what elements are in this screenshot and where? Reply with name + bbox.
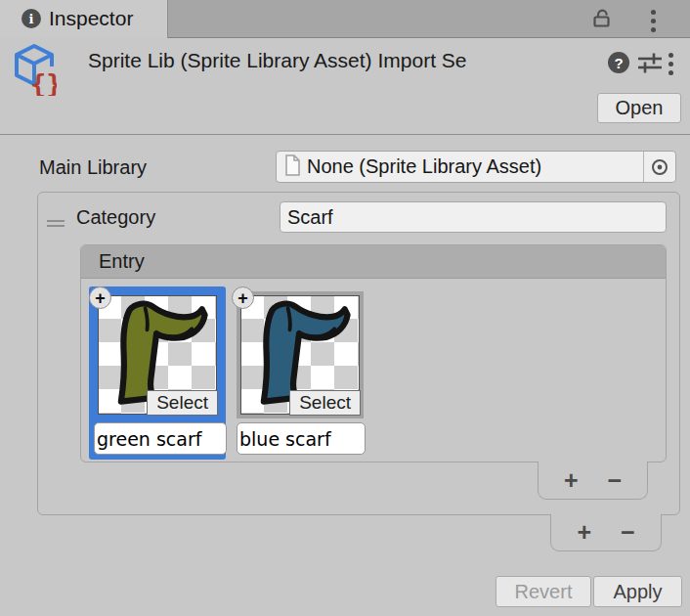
info-icon: i: [22, 9, 41, 28]
entry-list-footer: + −: [538, 462, 648, 500]
svg-text:{}: {}: [30, 68, 57, 96]
sprite-thumbnail[interactable]: + Select: [94, 291, 221, 418]
remove-entry-button[interactable]: −: [608, 468, 623, 493]
entry-header: Entry: [81, 245, 666, 279]
entry-cell-green-scarf[interactable]: + Select: [89, 286, 226, 460]
sprite-library-asset-icon: {}: [12, 43, 57, 96]
inspector-panel: i Inspector {} Sprite Lib (Sprite Librar…: [0, 0, 690, 616]
select-sprite-button[interactable]: Select: [147, 390, 218, 416]
asset-title: Sprite Lib (Sprite Library Asset) Import…: [88, 49, 596, 72]
select-sprite-button[interactable]: Select: [289, 390, 361, 416]
main-library-object-field[interactable]: None (Sprite Library Asset): [276, 151, 676, 183]
help-icon[interactable]: ?: [608, 52, 629, 73]
entry-label: Entry: [99, 250, 145, 273]
category-list-footer: + −: [550, 514, 662, 551]
header-menu-icon[interactable]: [668, 53, 673, 75]
revert-button[interactable]: Revert: [496, 576, 591, 607]
category-label: Category: [76, 206, 155, 229]
header-divider: [0, 134, 690, 135]
object-field-value: None (Sprite Library Asset): [307, 155, 643, 178]
drag-handle-icon[interactable]: [47, 214, 65, 232]
document-icon: [283, 154, 301, 181]
add-entry-button[interactable]: +: [564, 468, 579, 493]
remove-category-button[interactable]: −: [621, 520, 635, 545]
plus-badge-icon: +: [232, 286, 254, 309]
plus-badge-icon: +: [89, 286, 111, 309]
add-category-button[interactable]: +: [577, 520, 591, 545]
entry-name-input[interactable]: [94, 422, 227, 455]
main-library-label: Main Library: [39, 156, 147, 179]
entry-list-box: Entry + Select: [80, 244, 667, 462]
open-button[interactable]: Open: [597, 93, 681, 123]
object-picker-icon[interactable]: [643, 152, 675, 182]
tab-menu-icon[interactable]: [651, 10, 656, 32]
category-name-input[interactable]: [280, 201, 667, 233]
presets-icon[interactable]: [637, 53, 663, 73]
tab-label: Inspector: [49, 7, 133, 30]
sprite-thumbnail[interactable]: + Select: [237, 291, 364, 418]
unlock-icon[interactable]: [590, 7, 614, 30]
entry-name-input[interactable]: [237, 422, 366, 455]
apply-button[interactable]: Apply: [593, 576, 682, 607]
entry-cell-blue-scarf[interactable]: + Select: [232, 286, 368, 460]
